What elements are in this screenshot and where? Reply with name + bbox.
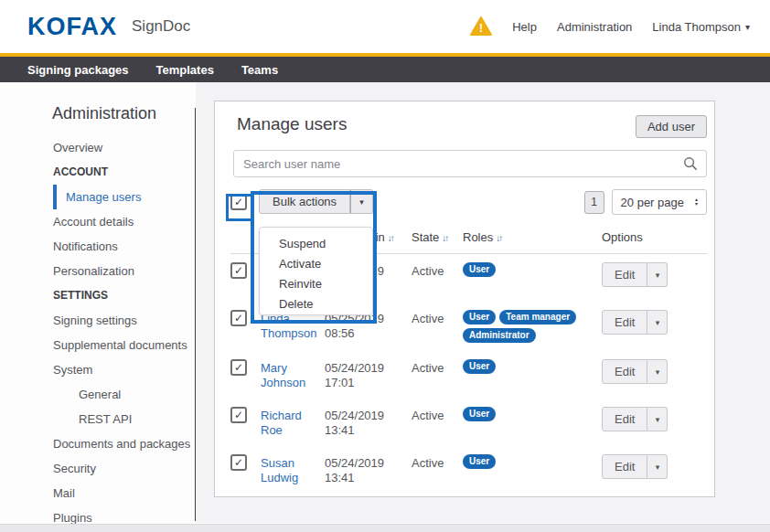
kofax-logo: KOFAX [27, 13, 117, 41]
chevron-down-icon: ▾ [745, 22, 750, 32]
edit-caret-icon[interactable]: ▾ [647, 262, 668, 287]
row-checkbox[interactable]: ✓ [230, 454, 247, 471]
nav-teams[interactable]: Teams [241, 63, 278, 77]
bulk-actions-menu: Suspend Activate Reinvite Delete [259, 227, 373, 315]
svg-text:!: ! [479, 22, 483, 35]
edit-split-button: Edit ▾ [602, 310, 668, 335]
edit-button[interactable]: Edit [602, 407, 647, 431]
edit-split-button: Edit ▾ [602, 454, 668, 479]
sidebar-item-general[interactable]: General [0, 382, 196, 407]
edit-caret-icon[interactable]: ▾ [647, 310, 668, 335]
sidebar-section-account: ACCOUNT [0, 160, 196, 185]
table-row: ✓ Mary Johnson 05/24/2019 17:01 Active U… [230, 351, 707, 399]
state-cell: Active [412, 454, 463, 471]
nav-signing-packages[interactable]: Signing packages [27, 63, 129, 77]
state-cell: Active [412, 407, 463, 423]
table-row: ✓ Susan Ludwig 05/24/2019 13:41 Active U… [230, 446, 707, 494]
edit-caret-icon[interactable]: ▾ [647, 407, 668, 431]
per-page-select[interactable]: 20 per page ▴▾ [612, 189, 707, 215]
col-roles[interactable]: Roles↓↑ [463, 230, 602, 244]
select-arrows-icon: ▴▾ [695, 197, 698, 207]
page: KOFAX SignDoc ! Help Administration Lind… [0, 0, 770, 532]
sidebar-item-overview[interactable]: Overview [0, 135, 196, 160]
edit-split-button: Edit ▾ [602, 262, 668, 287]
user-name-link[interactable]: Richard Roe [261, 407, 325, 438]
top-header: KOFAX SignDoc ! Help Administration Lind… [0, 0, 770, 57]
edit-button[interactable]: Edit [602, 359, 647, 384]
sidebar-item-system[interactable]: System [0, 357, 196, 382]
edit-caret-icon[interactable]: ▾ [647, 359, 668, 384]
sidebar-item-manage-users[interactable]: Manage users [53, 185, 196, 209]
row-checkbox[interactable]: ✓ [230, 310, 247, 326]
state-cell: Active [412, 262, 463, 279]
last-sign-in-cell: 05/24/2019 17:01 [325, 359, 412, 390]
last-sign-in-cell: 05/24/2019 13:41 [325, 407, 412, 438]
col-state[interactable]: State↓↑ [412, 230, 463, 244]
edit-button[interactable]: Edit [602, 310, 647, 335]
role-badge: Team manager [499, 310, 576, 325]
role-badge: User [463, 454, 496, 469]
row-checkbox[interactable]: ✓ [230, 359, 247, 376]
edit-split-button: Edit ▾ [602, 407, 668, 431]
main-nav: Signing packages Templates Teams [0, 57, 770, 82]
role-badge: User [463, 310, 496, 325]
select-all-checkbox[interactable]: ✓ [230, 194, 247, 210]
role-badge: Administrator [463, 328, 536, 343]
row-checkbox[interactable]: ✓ [230, 407, 247, 423]
last-sign-in-cell: 05/24/2019 13:41 [325, 454, 412, 485]
bottom-strip [0, 524, 770, 532]
sidebar-item-mail[interactable]: Mail [0, 481, 196, 505]
bulk-actions-button[interactable]: Bulk actions [259, 189, 350, 214]
sidebar-title: Administration [0, 82, 196, 123]
edit-split-button: Edit ▾ [602, 359, 668, 384]
bulk-actions-caret-icon[interactable]: ▾ [350, 189, 373, 214]
menu-item-delete[interactable]: Delete [260, 294, 372, 314]
user-menu[interactable]: Linda Thompson ▾ [652, 20, 750, 34]
page-1-button[interactable]: 1 [584, 191, 604, 214]
menu-item-reinvite[interactable]: Reinvite [260, 274, 372, 294]
sort-icon: ↓↑ [388, 233, 393, 243]
user-name: Linda Thompson [652, 20, 741, 34]
help-link[interactable]: Help [512, 20, 537, 34]
edit-button[interactable]: Edit [602, 262, 647, 287]
sidebar-item-security[interactable]: Security [0, 456, 196, 481]
bulk-toolbar: ✓ Bulk actions ▾ 1 20 per page ▴▾ [215, 188, 714, 216]
user-name-link[interactable]: Mary Johnson [261, 359, 325, 390]
sidebar-item-personalization[interactable]: Personalization [0, 259, 196, 283]
table-row: ✓ Richard Roe 05/24/2019 13:41 Active Us… [230, 399, 707, 446]
sidebar-item-signing-settings[interactable]: Signing settings [0, 308, 196, 333]
menu-item-activate[interactable]: Activate [260, 254, 372, 274]
state-cell: Active [412, 310, 463, 326]
nav-templates[interactable]: Templates [156, 63, 214, 77]
state-cell: Active [412, 359, 463, 376]
sidebar-item-rest-api[interactable]: REST API [0, 407, 196, 431]
user-name-link[interactable]: Susan Ludwig [261, 454, 325, 485]
sidebar-item-notifications[interactable]: Notifications [0, 234, 196, 259]
add-user-button[interactable]: Add user [636, 115, 707, 138]
main-area: Manage users Add user ✓ [196, 82, 770, 523]
sidebar-item-account-details[interactable]: Account details [0, 209, 196, 234]
admin-sidebar: Administration Overview ACCOUNT Manage u… [0, 82, 196, 523]
row-checkbox[interactable]: ✓ [230, 262, 247, 279]
manage-users-card: Manage users Add user ✓ [214, 101, 715, 497]
edit-caret-icon[interactable]: ▾ [647, 454, 668, 479]
page-title: Manage users [237, 114, 347, 134]
administration-link[interactable]: Administration [557, 20, 632, 34]
sidebar-item-supplemental-documents[interactable]: Supplemental documents [0, 333, 196, 357]
search-icon[interactable] [683, 156, 698, 175]
sidebar-item-documents-and-packages[interactable]: Documents and packages [0, 431, 196, 456]
sort-icon: ↓↑ [496, 233, 501, 243]
sidebar-section-settings: SETTINGS [0, 283, 196, 308]
menu-item-suspend[interactable]: Suspend [260, 234, 372, 254]
product-name: SignDoc [132, 17, 190, 36]
sort-icon: ↓↑ [442, 233, 447, 243]
col-options: Options [602, 230, 707, 244]
role-badge: User [463, 407, 496, 421]
search-input[interactable] [233, 150, 707, 177]
edit-button[interactable]: Edit [602, 454, 647, 479]
warning-icon[interactable]: ! [470, 16, 492, 37]
per-page-value: 20 per page [621, 196, 684, 209]
role-badge: User [463, 262, 496, 277]
role-badge: User [463, 359, 496, 374]
